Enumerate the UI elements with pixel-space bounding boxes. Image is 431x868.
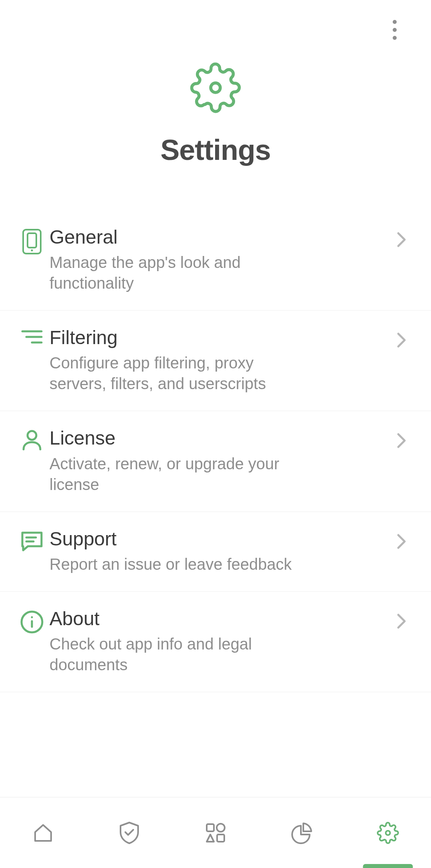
settings-item-license[interactable]: License Activate, renew, or upgrade your… <box>0 411 431 512</box>
nav-apps[interactable] <box>172 797 259 868</box>
svg-rect-5 <box>28 233 36 248</box>
chat-icon <box>16 528 48 552</box>
settings-item-general[interactable]: General Manage the app's look and functi… <box>0 210 431 311</box>
user-icon <box>16 427 48 451</box>
svg-point-2 <box>393 36 397 40</box>
item-title: General <box>49 226 388 248</box>
nav-protection[interactable] <box>86 797 172 868</box>
item-title: License <box>49 427 388 449</box>
svg-point-19 <box>386 831 390 835</box>
item-title: Support <box>49 528 388 550</box>
nav-home[interactable] <box>0 797 86 868</box>
more-vertical-icon <box>392 20 397 40</box>
chevron-right-icon <box>396 226 412 248</box>
svg-point-10 <box>28 431 36 440</box>
svg-point-0 <box>393 20 397 24</box>
settings-item-about[interactable]: About Check out app info and legal docum… <box>0 592 431 692</box>
settings-screen: Settings General Manage the app's look a… <box>0 0 431 868</box>
pie-chart-icon <box>291 822 313 844</box>
gear-icon <box>377 822 399 844</box>
item-title: Filtering <box>49 327 388 348</box>
shield-icon <box>118 821 140 845</box>
settings-item-filtering[interactable]: Filtering Configure app filtering, proxy… <box>0 311 431 411</box>
page-title: Settings <box>160 134 271 166</box>
more-button[interactable] <box>380 16 409 44</box>
svg-rect-16 <box>207 824 214 831</box>
filter-icon <box>16 327 48 345</box>
home-icon <box>32 822 54 844</box>
settings-item-support[interactable]: Support Report an issue or leave feedbac… <box>0 512 431 592</box>
chevron-right-icon <box>396 608 412 630</box>
item-subtitle: Check out app info and legal documents <box>49 634 305 675</box>
gear-icon <box>188 60 243 116</box>
top-bar <box>0 0 431 60</box>
svg-point-1 <box>393 28 397 32</box>
nav-stats[interactable] <box>259 797 345 868</box>
item-subtitle: Activate, renew, or upgrade your license <box>49 453 305 495</box>
phone-icon <box>16 226 48 255</box>
svg-point-15 <box>31 616 33 618</box>
svg-point-3 <box>211 83 220 93</box>
info-icon <box>16 608 48 634</box>
nav-settings[interactable] <box>345 797 431 868</box>
settings-list: General Manage the app's look and functi… <box>0 210 431 797</box>
shapes-icon <box>204 822 227 844</box>
bottom-nav <box>0 797 431 868</box>
item-subtitle: Manage the app's look and functionality <box>49 252 305 293</box>
chevron-right-icon <box>396 528 412 550</box>
item-subtitle: Configure app filtering, proxy servers, … <box>49 352 305 394</box>
chevron-right-icon <box>396 327 412 349</box>
page-header: Settings <box>0 60 431 210</box>
item-title: About <box>49 608 388 630</box>
svg-point-17 <box>217 824 225 832</box>
chevron-right-icon <box>396 427 412 449</box>
svg-rect-18 <box>217 835 224 842</box>
svg-point-6 <box>31 250 33 252</box>
item-subtitle: Report an issue or leave feedback <box>49 554 305 575</box>
